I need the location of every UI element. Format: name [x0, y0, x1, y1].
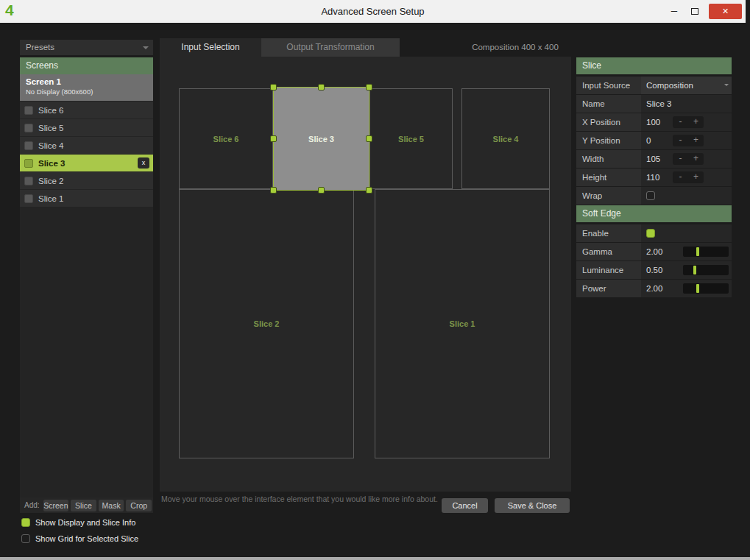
sidebar-item-slice-2[interactable]: Slice 2 — [20, 172, 153, 189]
sidebar-item-slice-5[interactable]: Slice 5 — [20, 119, 153, 136]
resize-handle-top-left[interactable] — [270, 84, 277, 91]
gamma-slider[interactable] — [683, 247, 729, 257]
height-value: 110 — [646, 173, 659, 182]
name-value: Slice 3 — [646, 99, 672, 108]
height-field[interactable]: 110 - + — [641, 169, 732, 186]
height-stepper: - + — [673, 171, 704, 183]
width-field[interactable]: 105 - + — [641, 150, 732, 168]
add-label: Add: — [24, 501, 40, 509]
slice-label: Slice 2 — [38, 177, 64, 185]
slider-thumb[interactable] — [696, 247, 699, 256]
decrement-button[interactable]: - — [673, 135, 688, 146]
slice-section-header: Slice — [576, 57, 732, 74]
window-bottom-edge — [0, 557, 750, 560]
name-row: Name Slice 3 — [576, 95, 732, 113]
slice-label: Slice 6 — [38, 106, 64, 115]
power-slider[interactable] — [683, 283, 729, 294]
slider-thumb[interactable] — [693, 266, 696, 274]
option-label: Show Grid for Selected Slice — [35, 534, 138, 543]
enable-checkbox[interactable] — [646, 229, 655, 238]
canvas-slice-5[interactable]: Slice 5 — [369, 88, 453, 189]
increment-button[interactable]: + — [688, 153, 704, 165]
width-value: 105 — [646, 155, 660, 163]
add-screen-button[interactable]: Screen — [43, 500, 69, 511]
canvas-slice-3-selected[interactable]: Slice 3 — [273, 87, 369, 191]
decrement-button[interactable]: - — [673, 153, 688, 165]
increment-button[interactable]: + — [688, 116, 704, 128]
wrap-checkbox[interactable] — [646, 191, 655, 200]
resize-handle-bottom-center[interactable] — [318, 187, 325, 194]
resize-handle-bottom-right[interactable] — [366, 187, 372, 194]
canvas-slice-label: Slice 5 — [398, 135, 424, 143]
x-position-stepper: - + — [673, 116, 704, 128]
add-crop-button[interactable]: Crop — [126, 500, 152, 511]
slice-properties-panel: Slice Input Source Composition Name Slic… — [576, 57, 732, 298]
luminance-field: 0.50 — [641, 261, 732, 279]
canvas-slice-1[interactable]: Slice 1 — [375, 189, 550, 458]
name-field[interactable]: Slice 3 — [641, 95, 732, 113]
canvas-slice-6[interactable]: Slice 6 — [179, 88, 273, 189]
resize-handle-mid-left[interactable] — [270, 135, 277, 142]
cancel-button[interactable]: Cancel — [442, 498, 488, 513]
close-button[interactable]: ✕ — [709, 4, 742, 19]
chevron-down-icon — [143, 46, 149, 49]
screens-list: Screens Screen 1 No Display (800x600) Sl… — [20, 57, 153, 513]
soft-edge-section-header: Soft Edge — [576, 205, 732, 222]
gamma-value: 2.00 — [646, 247, 662, 256]
sidebar-item-slice-6[interactable]: Slice 6 — [20, 102, 153, 118]
y-position-field[interactable]: 0 - + — [641, 132, 732, 149]
gamma-field: 2.00 — [641, 243, 732, 260]
presets-label: Presets — [26, 43, 54, 52]
wrap-row: Wrap — [576, 187, 732, 205]
show-display-info-option[interactable]: Show Display and Slice Info — [21, 518, 135, 527]
increment-button[interactable]: + — [688, 135, 704, 146]
decrement-button[interactable]: - — [673, 116, 688, 128]
enable-field — [641, 224, 732, 242]
slice-canvas[interactable]: Slice 6 Slice 5 Slice 4 Slice 2 Slice 1 … — [179, 87, 550, 460]
power-label: Power — [576, 280, 641, 297]
remove-slice-button[interactable]: x — [138, 157, 149, 169]
resize-handle-bottom-left[interactable] — [270, 187, 277, 194]
increment-button[interactable]: + — [688, 171, 704, 183]
canvas-slice-4[interactable]: Slice 4 — [461, 88, 550, 189]
minimize-button[interactable]: – — [664, 4, 684, 19]
slice-label: Slice 5 — [38, 124, 64, 132]
checkbox-unchecked-icon[interactable] — [21, 534, 30, 543]
decrement-button[interactable]: - — [673, 171, 688, 183]
canvas-slice-label: Slice 1 — [450, 319, 475, 328]
canvas-slice-label: Slice 4 — [493, 135, 519, 143]
resize-handle-top-right[interactable] — [366, 84, 372, 91]
luminance-slider[interactable] — [683, 265, 729, 275]
screen-subtitle: No Display (800x600) — [26, 88, 147, 96]
checkbox-checked-icon[interactable] — [21, 518, 30, 527]
y-position-row: Y Position 0 - + — [576, 132, 732, 149]
screen-name: Screen 1 — [26, 77, 147, 86]
width-row: Width 105 - + — [576, 150, 732, 168]
presets-dropdown[interactable]: Presets — [20, 40, 153, 55]
x-position-label: X Position — [576, 113, 641, 131]
sidebar-item-screen-1[interactable]: Screen 1 No Display (800x600) — [20, 74, 153, 101]
save-close-button[interactable]: Save & Close — [495, 498, 570, 513]
canvas-slice-2[interactable]: Slice 2 — [179, 189, 354, 458]
add-mask-button[interactable]: Mask — [99, 500, 124, 511]
show-grid-option[interactable]: Show Grid for Selected Slice — [21, 534, 138, 543]
x-position-field[interactable]: 100 - + — [641, 113, 732, 131]
maximize-button[interactable] — [684, 4, 705, 19]
slider-thumb[interactable] — [696, 284, 699, 293]
luminance-value: 0.50 — [646, 266, 662, 274]
input-source-label: Input Source — [576, 77, 641, 94]
sidebar-item-slice-3[interactable]: Slice 3 x — [20, 155, 153, 171]
resize-handle-mid-right[interactable] — [366, 135, 372, 142]
luminance-row: Luminance 0.50 — [576, 261, 732, 279]
sidebar-item-slice-1[interactable]: Slice 1 — [20, 190, 153, 207]
tab-input-selection[interactable]: Input Selection — [160, 38, 261, 57]
add-slice-button[interactable]: Slice — [71, 500, 96, 511]
resize-handle-top-center[interactable] — [318, 84, 325, 91]
sidebar-item-slice-4[interactable]: Slice 4 — [20, 137, 153, 154]
y-position-label: Y Position — [576, 132, 641, 149]
input-source-dropdown[interactable]: Composition — [641, 77, 732, 94]
power-field: 2.00 — [641, 280, 732, 297]
enable-row: Enable — [576, 224, 732, 242]
y-position-value: 0 — [646, 136, 651, 145]
tab-output-transformation[interactable]: Output Transformation — [261, 38, 400, 57]
